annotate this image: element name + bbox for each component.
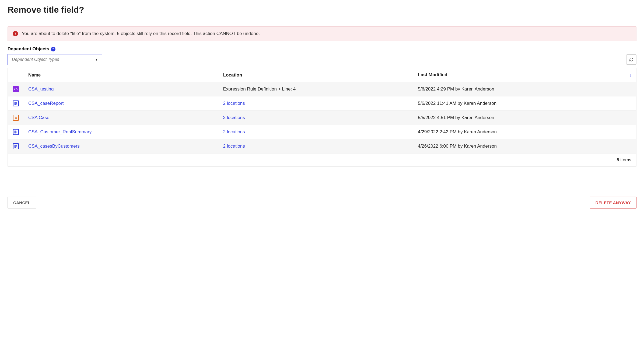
- interface-object-icon: [13, 129, 19, 135]
- location-link[interactable]: 2 locations: [223, 101, 245, 106]
- dropdown-placeholder: Dependent Object Types: [12, 57, 59, 62]
- last-modified-text: 4/29/2022 2:42 PM by Karen Anderson: [414, 125, 636, 139]
- warning-icon: !: [13, 31, 18, 36]
- location-link[interactable]: 3 locations: [223, 115, 245, 120]
- warning-banner: ! You are about to delete "title" from t…: [8, 26, 636, 41]
- column-header-location[interactable]: Location: [219, 68, 414, 82]
- help-icon[interactable]: ?: [51, 47, 55, 51]
- location-link[interactable]: 2 locations: [223, 129, 245, 134]
- column-header-last-modified[interactable]: Last Modified ↓: [414, 68, 636, 82]
- svg-rect-7: [15, 131, 16, 133]
- cancel-button[interactable]: CANCEL: [8, 197, 36, 208]
- record-object-icon: [13, 115, 19, 121]
- table-row: CSA_casesByCustomers2 locations4/26/2022…: [8, 139, 636, 154]
- last-modified-text: 5/6/2022 4:29 PM by Karen Anderson: [414, 82, 636, 96]
- object-name-link[interactable]: CSA_testing: [28, 86, 54, 92]
- warning-text: You are about to delete "title" from the…: [22, 31, 260, 36]
- sort-descending-icon: ↓: [629, 72, 632, 78]
- table-row: CSA_testingExpression Rule Definition > …: [8, 82, 636, 96]
- object-name-link[interactable]: CSA_caseReport: [28, 101, 64, 106]
- refresh-button[interactable]: [626, 54, 636, 65]
- last-modified-text: 5/6/2022 11:41 AM by Karen Anderson: [414, 96, 636, 111]
- table-footer: 5 items: [8, 154, 636, 166]
- column-header-icon: [8, 68, 24, 82]
- page-title: Remove title field?: [8, 5, 636, 15]
- last-modified-text: 5/5/2022 4:51 PM by Karen Anderson: [414, 111, 636, 125]
- object-name-link[interactable]: CSA_casesByCustomers: [28, 144, 80, 149]
- svg-rect-11: [15, 145, 16, 148]
- section-label: Dependent Objects: [8, 46, 49, 52]
- refresh-icon: [629, 57, 634, 62]
- table-row: CSA_Customer_RealSummary2 locations4/29/…: [8, 125, 636, 139]
- delete-anyway-button[interactable]: DELETE ANYWAY: [590, 197, 636, 208]
- last-modified-text: 4/26/2022 6:00 PM by Karen Anderson: [414, 139, 636, 154]
- interface-object-icon: [13, 143, 19, 149]
- items-label: items: [619, 157, 631, 162]
- table-row: CSA_caseReport2 locations5/6/2022 11:41 …: [8, 96, 636, 111]
- column-header-name[interactable]: Name: [24, 68, 219, 82]
- action-bar: CANCEL DELETE ANYWAY: [0, 191, 644, 214]
- divider: [0, 20, 644, 20]
- item-count: 5: [617, 157, 619, 162]
- location-link[interactable]: 2 locations: [223, 144, 245, 149]
- object-name-link[interactable]: CSA Case: [28, 115, 49, 120]
- object-type-dropdown[interactable]: Dependent Object Types ▼: [8, 54, 102, 65]
- table-row: CSA Case3 locations5/5/2022 4:51 PM by K…: [8, 111, 636, 125]
- chevron-down-icon: ▼: [95, 58, 98, 61]
- dependent-objects-table: Name Location Last Modified ↓ CSA_testin…: [8, 68, 636, 167]
- object-name-link[interactable]: CSA_Customer_RealSummary: [28, 129, 92, 134]
- interface-object-icon: [13, 100, 19, 106]
- svg-rect-0: [15, 102, 16, 105]
- code-object-icon: [13, 86, 19, 92]
- location-text: Expression Rule Definition > Line: 4: [223, 86, 296, 92]
